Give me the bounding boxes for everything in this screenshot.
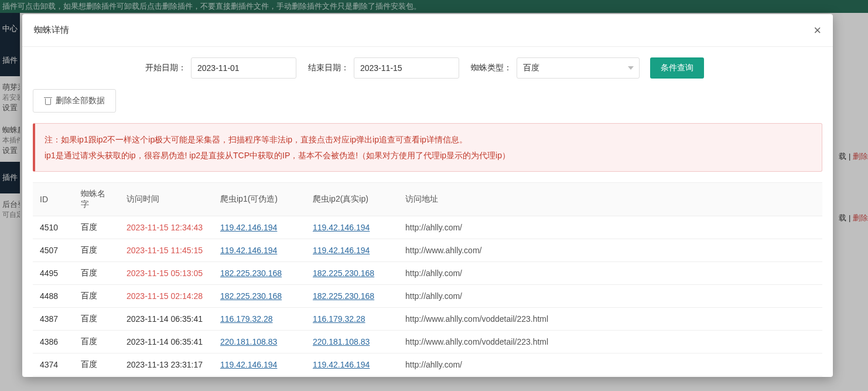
cell-name: 百度 [74, 308, 119, 331]
cell-ip1: 116.179.32.28 [213, 308, 306, 331]
th-time: 访问时间 [119, 183, 213, 216]
spider-detail-modal: 蜘蛛详情 × 开始日期： 结束日期： 蜘蛛类型： 百度 条件查询 删除全部数据 … [22, 14, 833, 377]
ip2-link[interactable]: 182.225.230.168 [313, 291, 374, 301]
cell-name: 百度 [74, 262, 119, 285]
cell-name: 百度 [74, 331, 119, 353]
ip2-link[interactable]: 119.42.146.194 [313, 246, 370, 255]
cell-url: http://ahlly.com/ [398, 376, 822, 377]
cell-id: 4373 [33, 376, 74, 377]
cell-name: 百度 [74, 239, 119, 262]
cell-name: 百度 [74, 216, 119, 239]
start-date-label: 开始日期： [145, 63, 186, 73]
cell-ip1: 182.225.230.168 [213, 262, 306, 285]
cell-time: 2023-11-13 23:31:17 [119, 353, 213, 376]
alert-line-1: 注：如果ip1跟ip2不一样这个ip极大可能是采集器，扫描程序等非法ip，直接点… [45, 132, 812, 148]
table-row: 4373百度2023-11-13 22:05:50220.181.108.156… [33, 376, 822, 377]
spider-type-value: 百度 [523, 63, 539, 73]
cell-ip2: 220.181.108.83 [306, 331, 398, 353]
cell-url: http://www.ahlly.com/voddetail/223.html [398, 331, 822, 353]
ip1-link[interactable]: 119.42.146.194 [220, 246, 277, 255]
trash-icon [44, 97, 52, 105]
cell-ip1: 119.42.146.194 [213, 353, 306, 376]
warning-alert: 注：如果ip1跟ip2不一样这个ip极大可能是采集器，扫描程序等非法ip，直接点… [33, 123, 822, 172]
end-date-input[interactable] [354, 57, 459, 79]
end-date-label: 结束日期： [308, 63, 349, 73]
filter-row: 开始日期： 结束日期： 蜘蛛类型： 百度 条件查询 [33, 57, 822, 79]
cell-url: http://ahlly.com/ [398, 353, 822, 376]
cell-url: http://www.ahlly.com/voddetail/223.html [398, 308, 822, 331]
alert-line-2: ip1是通过请求头获取的ip，很容易伪造! ip2是直接从TCP中获取的IP，基… [45, 148, 812, 164]
cell-ip1: 220.181.108.156 [213, 376, 306, 377]
spider-type-select[interactable]: 百度 [517, 57, 640, 79]
table-header-row: ID 蜘蛛名字 访问时间 爬虫ip1(可伪造) 爬虫ip2(真实ip) 访问地址 [33, 183, 822, 216]
cell-id: 4387 [33, 308, 74, 331]
modal-title: 蜘蛛详情 [34, 25, 69, 36]
ip2-link[interactable]: 182.225.230.168 [313, 268, 374, 278]
cell-id: 4510 [33, 216, 74, 239]
cell-time: 2023-11-14 06:35:41 [119, 331, 213, 353]
cell-url: http://ahlly.com/ [398, 285, 822, 308]
ip1-link[interactable]: 182.225.230.168 [220, 268, 282, 278]
ip1-link[interactable]: 182.225.230.168 [220, 291, 282, 301]
spider-log-table: ID 蜘蛛名字 访问时间 爬虫ip1(可伪造) 爬虫ip2(真实ip) 访问地址… [33, 182, 822, 377]
cell-time: 2023-11-15 12:34:43 [119, 216, 213, 239]
cell-id: 4507 [33, 239, 74, 262]
delete-all-label: 删除全部数据 [56, 96, 105, 106]
table-row: 4374百度2023-11-13 23:31:17119.42.146.1941… [33, 353, 822, 376]
ip2-link[interactable]: 119.42.146.194 [313, 360, 370, 369]
cell-name: 百度 [74, 376, 119, 377]
ip1-link[interactable]: 119.42.146.194 [220, 223, 277, 232]
cell-time: 2023-11-15 11:45:15 [119, 239, 213, 262]
cell-ip2: 182.225.230.168 [306, 285, 398, 308]
cell-ip1: 182.225.230.168 [213, 285, 306, 308]
cell-ip1: 119.42.146.194 [213, 239, 306, 262]
table-row: 4386百度2023-11-14 06:35:41220.181.108.832… [33, 331, 822, 353]
cell-id: 4495 [33, 262, 74, 285]
modal-header: 蜘蛛详情 × [22, 14, 833, 47]
cell-ip2: 119.42.146.194 [306, 353, 398, 376]
chevron-down-icon [628, 66, 634, 70]
cell-url: http://ahlly.com/ [398, 216, 822, 239]
th-name: 蜘蛛名字 [74, 183, 119, 216]
cell-ip2: 116.179.32.28 [306, 308, 398, 331]
cell-name: 百度 [74, 285, 119, 308]
table-row: 4495百度2023-11-15 05:13:05182.225.230.168… [33, 262, 822, 285]
query-button[interactable]: 条件查询 [650, 57, 704, 79]
cell-url: http://ahlly.com/ [398, 262, 822, 285]
table-row: 4510百度2023-11-15 12:34:43119.42.146.1941… [33, 216, 822, 239]
ip2-link[interactable]: 116.179.32.28 [313, 314, 365, 324]
ip2-link[interactable]: 220.181.108.83 [313, 337, 370, 346]
th-ip2: 爬虫ip2(真实ip) [306, 183, 398, 216]
ip1-link[interactable]: 119.42.146.194 [220, 360, 277, 369]
cell-name: 百度 [74, 353, 119, 376]
cell-ip2: 119.42.146.194 [306, 216, 398, 239]
table-row: 4507百度2023-11-15 11:45:15119.42.146.1941… [33, 239, 822, 262]
cell-id: 4488 [33, 285, 74, 308]
cell-time: 2023-11-14 06:35:41 [119, 308, 213, 331]
cell-id: 4386 [33, 331, 74, 353]
table-row: 4387百度2023-11-14 06:35:41116.179.32.2811… [33, 308, 822, 331]
ip2-link[interactable]: 119.42.146.194 [313, 223, 370, 232]
modal-body[interactable]: 开始日期： 结束日期： 蜘蛛类型： 百度 条件查询 删除全部数据 注：如果ip1… [22, 47, 833, 377]
spider-type-label: 蜘蛛类型： [471, 63, 512, 73]
cell-url: http://www.ahlly.com/ [398, 239, 822, 262]
cell-ip1: 220.181.108.83 [213, 331, 306, 353]
cell-time: 2023-11-15 05:13:05 [119, 262, 213, 285]
ip1-link[interactable]: 116.179.32.28 [220, 314, 273, 324]
th-ip1: 爬虫ip1(可伪造) [213, 183, 306, 216]
delete-all-button[interactable]: 删除全部数据 [33, 89, 116, 113]
cell-ip2: 119.42.146.194 [306, 239, 398, 262]
cell-ip2: 182.225.230.168 [306, 262, 398, 285]
cell-ip1: 119.42.146.194 [213, 216, 306, 239]
start-date-input[interactable] [191, 57, 296, 79]
th-url: 访问地址 [398, 183, 822, 216]
ip1-link[interactable]: 220.181.108.83 [220, 337, 277, 346]
cell-ip2: 220.181.108.156 [306, 376, 398, 377]
table-row: 4488百度2023-11-15 02:14:28182.225.230.168… [33, 285, 822, 308]
cell-time: 2023-11-13 22:05:50 [119, 376, 213, 377]
cell-time: 2023-11-15 02:14:28 [119, 285, 213, 308]
th-id: ID [33, 183, 74, 216]
modal-close-button[interactable]: × [814, 24, 821, 37]
cell-id: 4374 [33, 353, 74, 376]
